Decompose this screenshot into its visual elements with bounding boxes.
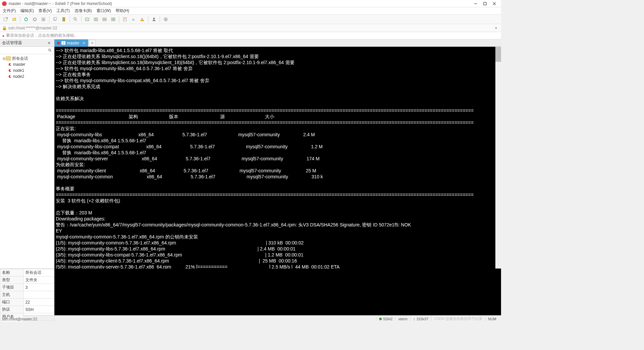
terminal-line: mysql-community-client x86_64 5.7.36-1.e…	[56, 168, 500, 174]
layout4-icon[interactable]	[110, 16, 117, 23]
toolbar-separator	[20, 16, 20, 22]
prop-value-protocol: SSH	[24, 306, 54, 313]
toolbar-separator	[148, 16, 148, 22]
svg-point-23	[153, 17, 155, 19]
color-icon[interactable]: A	[139, 16, 146, 23]
terminal-line: ========================================…	[56, 120, 500, 126]
new-session-icon[interactable]	[2, 16, 9, 23]
reconnect-icon[interactable]	[22, 16, 30, 23]
add-tab-button[interactable]: +	[89, 40, 96, 46]
sidebar-filter[interactable]	[0, 47, 54, 54]
terminal-scrollbar[interactable]	[495, 47, 501, 269]
tree-node-node1[interactable]: node1	[1, 67, 53, 73]
toolbar-separator	[49, 16, 49, 22]
menu-window[interactable]: 窗口(W)	[97, 8, 111, 14]
tree-node-master[interactable]: master	[1, 61, 53, 67]
scrollbar-thumb[interactable]	[495, 47, 501, 62]
prop-value-name: 所有会话	[24, 269, 54, 277]
prop-label-host: 主机	[0, 291, 24, 299]
terminal-line: 事务概要	[56, 186, 500, 192]
layout2-icon[interactable]	[92, 16, 100, 23]
bottom-area: 名称所有会话 类型文件夹 子项目3 主机 端口22 协议SSH 用户名 说明	[0, 269, 501, 315]
close-button[interactable]	[490, 1, 499, 7]
tab-status-icon	[57, 42, 60, 44]
tab-master[interactable]: 1 master ✕	[54, 39, 88, 47]
disconnect-icon[interactable]	[31, 16, 38, 23]
script-icon[interactable]	[121, 16, 129, 23]
address-bar: 🔒 ssh://root:******@master:22 ▾	[0, 24, 501, 32]
tree-root-label: 所有会话	[12, 56, 28, 61]
open-session-icon[interactable]	[11, 16, 18, 23]
tree-node-label: node1	[13, 68, 24, 73]
menu-file[interactable]: 文件(F)	[3, 8, 16, 14]
find-icon[interactable]	[72, 16, 79, 23]
session-manager-panel: 会话管理器 ✕ ⊟ 所有会话 master node1 node2	[0, 39, 54, 269]
svg-rect-15	[112, 18, 113, 19]
menu-tools[interactable]: 工具(T)	[56, 8, 69, 14]
toolbar-separator	[81, 16, 82, 22]
terminal-line: mysql-community-common-5.7.36-1.el7.x86_…	[56, 234, 500, 240]
prop-value-type: 文件夹	[24, 277, 54, 284]
menu-tabs[interactable]: 选项卡(B)	[74, 8, 92, 14]
terminal-line: mysql-community-server x86_64 5.7.36-1.e…	[56, 156, 500, 162]
info-text: 要添加当前会话，点击左侧的箭头按钮。	[6, 33, 78, 38]
menu-view[interactable]: 查看(V)	[38, 8, 52, 14]
user-icon[interactable]	[150, 16, 158, 23]
menu-edit[interactable]: 编辑(E)	[20, 8, 34, 14]
tree-node-node2[interactable]: node2	[1, 73, 53, 79]
terminal-line: --> 正在处理依赖关系 libmysqlclient.so.18()(64bi…	[56, 53, 500, 59]
copy-icon[interactable]	[51, 16, 59, 23]
terminal-line: 替换 mariadb-libs.x86_64 1:5.5.68-1.el7	[56, 150, 500, 156]
svg-rect-10	[86, 18, 89, 21]
tab-close-icon[interactable]: ✕	[81, 41, 86, 45]
paste-icon[interactable]	[60, 16, 67, 23]
toolbar-separator	[69, 16, 70, 22]
connection-icon	[9, 63, 11, 66]
properties-icon[interactable]	[40, 16, 47, 23]
tree-root[interactable]: ⊟ 所有会话	[1, 55, 53, 61]
svg-rect-17	[112, 19, 113, 21]
terminal-output[interactable]: ---> 软件包 mariadb-libs.x86_64.1.5.5.68-1.…	[54, 47, 501, 269]
sidebar-close-icon[interactable]: ✕	[46, 41, 52, 45]
status-ssh: SSH2	[376, 317, 395, 321]
terminal-line: 安装 3 软件包 (+2 依赖软件包)	[56, 198, 500, 204]
layout1-icon[interactable]	[84, 16, 91, 23]
font-icon[interactable]: A	[130, 16, 137, 23]
terminal-line: 总下载量：203 M	[56, 210, 500, 216]
terminal-line: (5/5): mysql-community-server-5.7.36-1.e…	[56, 264, 500, 269]
terminal-line: --> 正在处理依赖关系 libmysqlclient.so.18(libmys…	[56, 59, 500, 65]
terminal-line: 依赖关系解决	[56, 96, 500, 102]
help-icon[interactable]: ?	[162, 16, 169, 23]
maximize-button[interactable]	[480, 1, 490, 7]
terminal-line: Downloading packages:	[56, 216, 500, 222]
info-bar: ▸ 要添加当前会话，点击左侧的箭头按钮。	[0, 32, 501, 39]
terminal-line: ---> 软件包 mysql-community-libs.x86_64.0.5…	[56, 65, 500, 71]
terminal-line: mysql-community-libs x86_64 5.7.36-1.el7…	[56, 132, 500, 138]
terminal-line: mysql-community-common x86_64 5.7.36-1.e…	[56, 174, 500, 180]
svg-rect-16	[114, 18, 115, 19]
menu-help[interactable]: 帮助(H)	[116, 8, 129, 14]
collapse-icon[interactable]: ⊟	[3, 57, 6, 60]
prop-value-port: 22	[24, 299, 54, 306]
terminal-line	[56, 102, 500, 108]
svg-rect-1	[4, 18, 7, 21]
minimize-button[interactable]	[471, 1, 480, 7]
address-dropdown-icon[interactable]: ▾	[493, 26, 499, 30]
prop-label-subitems: 子项目	[0, 284, 24, 291]
svg-point-3	[33, 18, 36, 21]
sidebar-title: 会话管理器	[2, 40, 46, 46]
svg-point-2	[25, 18, 28, 21]
svg-rect-8	[63, 17, 64, 18]
terminal-line: 警告：/var/cache/yum/x86_64/7/mysql57-commu…	[56, 222, 500, 228]
folder-icon	[6, 56, 11, 60]
svg-rect-14	[103, 19, 107, 21]
prop-value-host	[24, 291, 54, 299]
address-text[interactable]: ssh://root:******@master:22	[8, 26, 493, 30]
prop-label-protocol: 协议	[0, 306, 24, 313]
layout3-icon[interactable]	[101, 16, 108, 23]
toolbar: A A ?	[0, 15, 501, 24]
svg-rect-18	[114, 19, 115, 21]
prop-label-port: 端口	[0, 299, 24, 306]
prop-label-name: 名称	[0, 269, 24, 277]
status-caps: NUM	[485, 317, 499, 321]
